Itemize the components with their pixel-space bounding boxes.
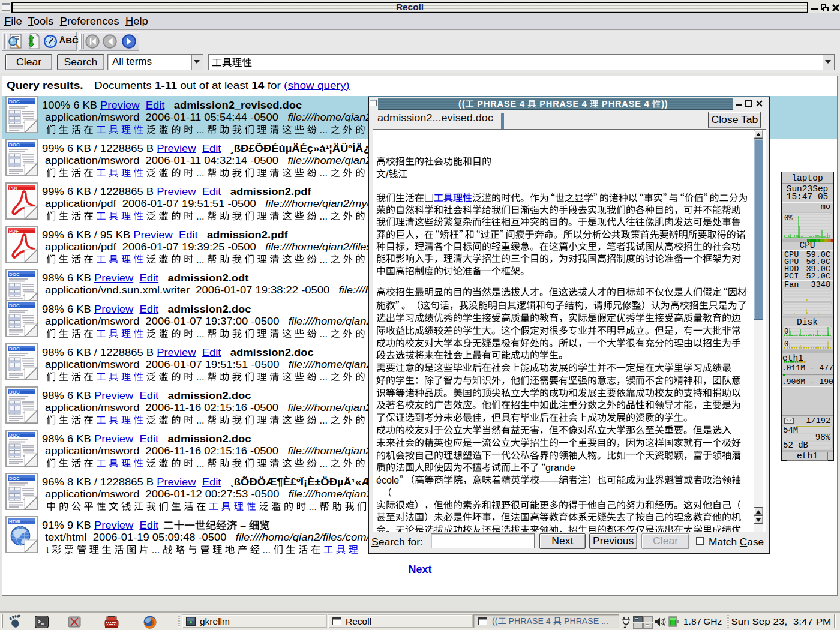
svg-text:DOC: DOC: [9, 142, 20, 148]
svg-text:...: ...: [308, 500, 317, 511]
svg-text:((: ((: [492, 616, 498, 626]
svg-text:...: ...: [196, 328, 205, 338]
svg-text:...: ...: [196, 253, 205, 264]
svg-text:...: ...: [320, 371, 328, 382]
svg-text:école: école: [376, 475, 399, 485]
svg-text:DOC: DOC: [9, 476, 20, 481]
svg-text:...: ...: [196, 457, 205, 468]
svg-text:DOC: DOC: [9, 389, 20, 395]
svg-text:...: ...: [263, 544, 271, 554]
svg-text:——: ——: [539, 475, 559, 485]
svg-text:DOC: DOC: [9, 346, 20, 352]
svg-text:...: ...: [320, 253, 328, 264]
svg-text:0%: 0%: [784, 214, 793, 223]
svg-text:PDF: PDF: [9, 185, 19, 191]
svg-text:–: –: [240, 519, 246, 531]
svg-text:...: ...: [196, 124, 205, 134]
svg-text:PDF: PDF: [9, 229, 19, 234]
svg-text:...: ...: [320, 124, 328, 134]
svg-text:...: ...: [320, 210, 328, 221]
svg-text:)): )): [661, 99, 668, 109]
svg-text:PHRASE 4: PHRASE 4: [602, 99, 649, 109]
svg-text:...: ...: [196, 371, 205, 382]
svg-text:0: 0: [784, 340, 788, 349]
svg-text:((: ((: [458, 99, 465, 109]
svg-text:/: /: [386, 169, 389, 179]
svg-text:...: ...: [320, 328, 328, 338]
svg-text:DOC: DOC: [9, 433, 20, 438]
svg-text:PHRASE ...: PHRASE ...: [564, 616, 608, 626]
svg-text:...: ...: [196, 414, 205, 425]
svg-text:...: ...: [152, 544, 160, 554]
svg-text:t: t: [46, 544, 49, 554]
svg-text:...: ...: [196, 210, 205, 221]
svg-text:...: ...: [196, 167, 205, 178]
svg-text:HTML: HTML: [9, 519, 22, 524]
svg-text:...: ...: [320, 167, 328, 178]
svg-text:DOC: DOC: [9, 303, 20, 308]
svg-text:DOC: DOC: [9, 99, 20, 104]
svg-text:PHRASE 4: PHRASE 4: [539, 99, 587, 109]
svg-text:...: ...: [320, 414, 328, 425]
svg-text:grande: grande: [545, 463, 575, 473]
svg-text:PHRASE 4: PHRASE 4: [509, 616, 551, 626]
svg-text:0: 0: [784, 328, 788, 336]
svg-text:DOC: DOC: [9, 272, 20, 277]
svg-text:...: ...: [320, 457, 328, 468]
svg-text:PHRASE 4: PHRASE 4: [477, 99, 524, 109]
